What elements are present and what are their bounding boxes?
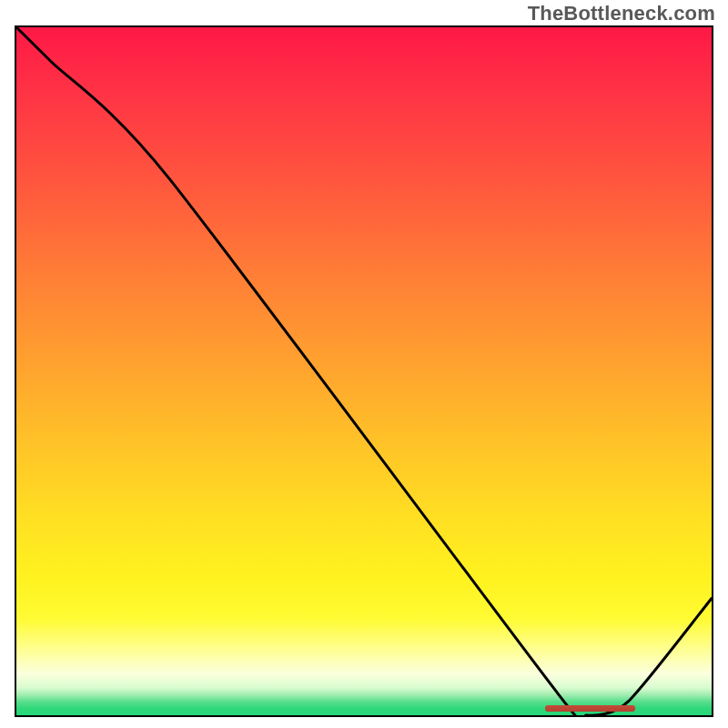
chart-stage: TheBottleneck.com	[0, 0, 728, 728]
attribution-text: TheBottleneck.com	[528, 2, 715, 25]
minimum-marker	[545, 705, 635, 712]
plot-gradient-background	[16, 27, 712, 715]
plot-frame	[15, 25, 713, 717]
